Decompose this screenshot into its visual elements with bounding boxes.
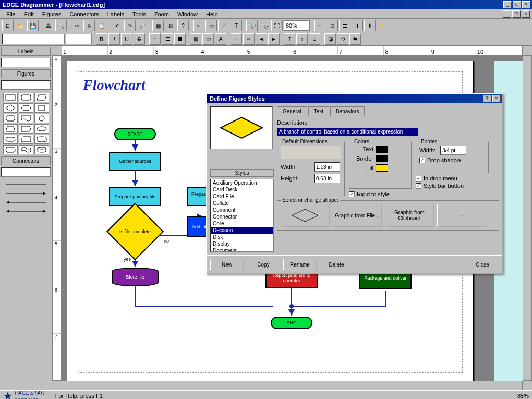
back-icon[interactable]: ⬇ (364, 20, 376, 31)
valign-bot-icon[interactable]: ⤓ (309, 33, 320, 45)
shape-hexagon[interactable] (3, 114, 18, 123)
style-item[interactable]: Comment (211, 207, 273, 213)
node-start[interactable]: START (114, 128, 156, 140)
open-icon[interactable]: 📂 (15, 20, 26, 31)
node-gather[interactable]: Gather sources (109, 152, 161, 171)
figures-dropdown[interactable] (1, 80, 51, 90)
shape-picker-button[interactable] (281, 204, 330, 227)
highlight-icon[interactable]: ⚡ (377, 20, 388, 31)
menu-figures[interactable]: Figures (38, 10, 66, 18)
new-button[interactable]: New (210, 259, 244, 270)
graphic-from-file-button[interactable]: Graphic from File... (333, 204, 382, 227)
menu-help[interactable]: Help (202, 10, 222, 18)
shape-storage[interactable] (34, 135, 49, 144)
minimize-button[interactable]: _ (503, 1, 512, 8)
style-item[interactable]: Card Deck (211, 186, 273, 193)
menu-tools[interactable]: Tools (128, 10, 150, 18)
width-input[interactable] (314, 162, 340, 172)
tab-general[interactable]: General (277, 106, 307, 116)
rect-tool-icon[interactable]: ▭ (205, 20, 217, 31)
shape-trapezoid[interactable] (3, 124, 18, 134)
connectors-dropdown[interactable] (1, 167, 51, 177)
valign-mid-icon[interactable]: ↕ (296, 33, 308, 45)
styles-listbox[interactable]: Auxiliary Operation Card Deck Card File … (210, 179, 274, 252)
line-weight-icon[interactable]: ━ (243, 33, 255, 45)
valign-top-icon[interactable]: ⤒ (284, 33, 295, 45)
underline-icon[interactable]: U (121, 33, 132, 45)
shape-square[interactable] (34, 103, 49, 113)
vertical-scrollbar[interactable] (523, 55, 532, 381)
style-item[interactable]: Display (211, 240, 273, 247)
node-store[interactable]: Store file (112, 268, 159, 286)
align-left-icon[interactable]: ≡ (149, 33, 161, 45)
doc-minimize-button[interactable]: _ (503, 10, 511, 18)
align-center-icon[interactable]: ☰ (162, 33, 173, 45)
style-item-selected[interactable]: Decision (211, 227, 273, 234)
rigid-checkbox[interactable]: ✓Rigid to style (349, 191, 412, 197)
conn-line[interactable] (3, 181, 49, 188)
shape-card[interactable] (19, 135, 33, 144)
copy-button[interactable]: Copy (247, 259, 280, 270)
rename-button[interactable]: Rename (283, 259, 317, 270)
labels-dropdown[interactable] (1, 58, 51, 67)
flip-icon[interactable]: ⇋ (349, 33, 361, 45)
style-item[interactable]: Disk (211, 234, 273, 240)
border-color-swatch[interactable] (376, 155, 388, 162)
document-title[interactable]: Flowchart (83, 77, 146, 93)
paste-icon[interactable]: 📋 (96, 20, 107, 31)
shape-ellipse[interactable] (19, 103, 33, 113)
shape-tape[interactable] (19, 145, 33, 154)
zoom-out-icon[interactable]: 🔍- (259, 20, 270, 31)
style-item[interactable]: Collate (211, 200, 273, 207)
rotate-icon[interactable]: ⟲ (337, 33, 348, 45)
doc-maximize-button[interactable]: □ (512, 10, 521, 18)
find-icon[interactable]: 🔎 (137, 20, 148, 31)
height-input[interactable] (314, 174, 340, 183)
align-icon[interactable]: ≡ (314, 20, 325, 31)
strike-icon[interactable]: S̶ (134, 33, 145, 45)
menu-labels[interactable]: Labels (103, 10, 128, 18)
undo-icon[interactable]: ↶ (112, 20, 123, 31)
print-icon[interactable]: 🖶 (43, 20, 54, 31)
conn-arrow-right[interactable] (3, 190, 49, 197)
close-dialog-button[interactable]: Close (466, 259, 499, 270)
border-width-input[interactable] (440, 146, 466, 155)
tab-text[interactable]: Text (308, 106, 329, 116)
shape-cylinder[interactable] (34, 145, 49, 154)
shape-pentagon[interactable] (19, 124, 33, 134)
shape-terminator[interactable] (3, 135, 18, 144)
zoom-in-icon[interactable]: 🔍+ (246, 20, 258, 31)
graphic-from-clipboard-button[interactable]: Graphic from Clipboard (385, 204, 434, 227)
redo-icon[interactable]: ↷ (124, 20, 136, 31)
shape-rect[interactable] (3, 93, 18, 102)
shape-circle[interactable] (34, 114, 49, 123)
font-combo[interactable] (2, 34, 65, 44)
shape-parallelogram[interactable] (34, 93, 49, 102)
arrow-start-icon[interactable]: ◄ (256, 33, 267, 45)
front-icon[interactable]: ⬆ (352, 20, 363, 31)
new-icon[interactable]: 🗋 (2, 20, 14, 31)
shape-roundrect[interactable] (19, 93, 33, 102)
line-style-icon[interactable]: ─ (231, 33, 242, 45)
zoom-fit-icon[interactable]: ⛶ (271, 20, 283, 31)
dialog-close-button[interactable]: × (492, 95, 501, 102)
doc-close-button[interactable]: × (522, 10, 530, 18)
dialog-help-button[interactable]: ? (483, 95, 491, 102)
zoom-combo[interactable]: 80% (284, 20, 310, 31)
drop-shadow-checkbox[interactable]: ✓Drop shadow (419, 157, 485, 163)
preview-icon[interactable]: 🔍 (55, 20, 67, 31)
menu-window[interactable]: Window (173, 10, 202, 18)
italic-icon[interactable]: I (108, 33, 120, 45)
connectors-panel-title[interactable]: Connectors (1, 156, 51, 165)
style-item[interactable]: Card File (211, 193, 273, 200)
style-item[interactable]: Core (211, 220, 273, 227)
menu-file[interactable]: File (2, 10, 20, 18)
node-end[interactable]: END (271, 317, 312, 329)
labels-panel-title[interactable]: Labels (1, 47, 51, 56)
conn-arrow-left[interactable] (3, 199, 49, 206)
horizontal-scrollbar[interactable] (62, 381, 523, 390)
copy-icon[interactable]: ⎘ (83, 20, 95, 31)
node-isfile-complete[interactable]: Is file complete (106, 219, 164, 245)
save-icon[interactable]: 💾 (27, 20, 39, 31)
shadow-icon[interactable]: ◪ (324, 33, 336, 45)
